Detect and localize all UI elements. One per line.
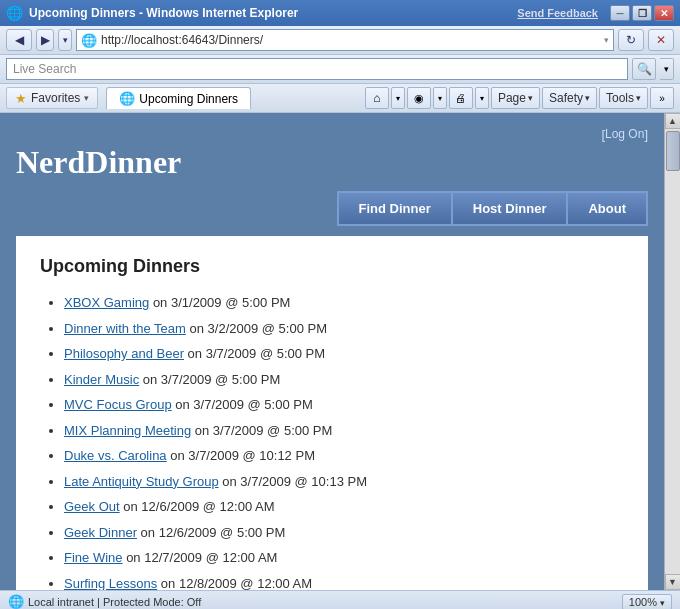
rss-chevron-icon: ▾ xyxy=(438,94,442,103)
list-item: Geek Dinner on 12/6/2009 @ 5:00 PM xyxy=(64,523,624,543)
home-icon: ⌂ xyxy=(373,91,380,105)
tab-icon: 🌐 xyxy=(119,91,135,106)
address-toolbar: ◀ ▶ ▾ 🌐 http://localhost:64643/Dinners/ … xyxy=(0,26,680,55)
dinner-list: XBOX Gaming on 3/1/2009 @ 5:00 PMDinner … xyxy=(40,293,624,590)
back-button[interactable]: ◀ xyxy=(6,29,32,51)
tab-label: Upcoming Dinners xyxy=(139,92,238,106)
dinner-link[interactable]: Geek Out xyxy=(64,499,120,514)
search-button[interactable]: 🔍 xyxy=(632,58,656,80)
tools-chevron-icon: ▾ xyxy=(636,93,641,103)
nav-buttons: Find Dinner Host Dinner About xyxy=(16,191,648,226)
star-icon: ★ xyxy=(15,91,27,106)
forward-button[interactable]: ▶ xyxy=(36,29,54,51)
tab-area: 🌐 Upcoming Dinners xyxy=(106,87,357,109)
dinner-link[interactable]: MVC Focus Group xyxy=(64,397,172,412)
print-chevron-icon: ▾ xyxy=(480,94,484,103)
about-button[interactable]: About xyxy=(568,191,648,226)
title-bar: 🌐 Upcoming Dinners - Windows Internet Ex… xyxy=(0,0,680,26)
send-feedback-link[interactable]: Send Feedback xyxy=(517,7,598,19)
url-text: http://localhost:64643/Dinners/ xyxy=(101,33,600,47)
favorites-label: Favorites xyxy=(31,91,80,105)
list-item: XBOX Gaming on 3/1/2009 @ 5:00 PM xyxy=(64,293,624,313)
content-box: Upcoming Dinners XBOX Gaming on 3/1/2009… xyxy=(16,236,648,590)
rss-dropdown-button[interactable]: ▾ xyxy=(433,87,447,109)
list-item: Dinner with the Team on 3/2/2009 @ 5:00 … xyxy=(64,319,624,339)
close-button[interactable]: ✕ xyxy=(654,5,674,21)
back-icon: ◀ xyxy=(15,33,24,47)
page-area: [ Log On ] NerdDinner Find Dinner Host D… xyxy=(0,113,664,590)
browser-content: [ Log On ] NerdDinner Find Dinner Host D… xyxy=(0,113,680,590)
dinner-link[interactable]: Geek Dinner xyxy=(64,525,137,540)
tools-menu-button[interactable]: Tools ▾ xyxy=(599,87,648,109)
list-item: Fine Wine on 12/7/2009 @ 12:00 AM xyxy=(64,548,624,568)
forward-icon: ▶ xyxy=(41,33,50,47)
go-button-dropdown: ▾ xyxy=(604,35,609,45)
tab-upcoming-dinners[interactable]: 🌐 Upcoming Dinners xyxy=(106,87,251,109)
dinner-link[interactable]: Duke vs. Carolina xyxy=(64,448,167,463)
dropdown-icon: ▾ xyxy=(63,35,68,45)
home-dropdown-button[interactable]: ▾ xyxy=(391,87,405,109)
list-item: Late Antiquity Study Group on 3/7/2009 @… xyxy=(64,472,624,492)
dinner-link[interactable]: Kinder Music xyxy=(64,372,139,387)
more-tools-button[interactable]: » xyxy=(650,87,674,109)
rss-icon: ◉ xyxy=(414,92,424,105)
zoom-area: 100% ▾ xyxy=(622,594,672,610)
print-icon: 🖨 xyxy=(455,92,466,104)
dinner-link[interactable]: Dinner with the Team xyxy=(64,321,186,336)
refresh-icon: ↻ xyxy=(626,33,636,47)
dropdown-button[interactable]: ▾ xyxy=(58,29,72,51)
scroll-thumb[interactable] xyxy=(666,131,680,171)
list-item: MIX Planning Meeting on 3/7/2009 @ 5:00 … xyxy=(64,421,624,441)
home-button[interactable]: ⌂ xyxy=(365,87,389,109)
host-dinner-button[interactable]: Host Dinner xyxy=(453,191,569,226)
search-chevron-icon: ▾ xyxy=(664,64,669,74)
search-icon: 🔍 xyxy=(637,62,652,76)
page-icon: 🌐 xyxy=(81,33,97,48)
favorites-button[interactable]: ★ Favorites ▾ xyxy=(6,87,98,109)
list-item: Kinder Music on 3/7/2009 @ 5:00 PM xyxy=(64,370,624,390)
scroll-down-button[interactable]: ▼ xyxy=(665,574,681,590)
find-dinner-button[interactable]: Find Dinner xyxy=(337,191,453,226)
list-item: MVC Focus Group on 3/7/2009 @ 5:00 PM xyxy=(64,395,624,415)
list-item: Surfing Lessons on 12/8/2009 @ 12:00 AM xyxy=(64,574,624,591)
page-label: Page xyxy=(498,91,526,105)
refresh-button[interactable]: ↻ xyxy=(618,29,644,51)
search-dropdown-button[interactable]: ▾ xyxy=(660,58,674,80)
safety-label: Safety xyxy=(549,91,583,105)
dinner-link[interactable]: MIX Planning Meeting xyxy=(64,423,191,438)
live-search-box[interactable]: Live Search xyxy=(6,58,628,80)
list-item: Geek Out on 12/6/2009 @ 12:00 AM xyxy=(64,497,624,517)
status-bar: 🌐 Local intranet | Protected Mode: Off 1… xyxy=(0,590,680,609)
status-icon: 🌐 xyxy=(8,594,24,609)
zoom-chevron-icon: ▾ xyxy=(660,598,665,608)
more-icon: » xyxy=(659,93,665,104)
zoom-label: 100% xyxy=(629,596,657,608)
restore-button[interactable]: ❐ xyxy=(632,5,652,21)
site-title: NerdDinner xyxy=(16,144,648,181)
print-dropdown-button[interactable]: ▾ xyxy=(475,87,489,109)
rss-button[interactable]: ◉ xyxy=(407,87,431,109)
dinner-link[interactable]: Surfing Lessons xyxy=(64,576,157,591)
page-toolbar: ⌂ ▾ ◉ ▾ 🖨 ▾ Page ▾ Safety ▾ Tools ▾ » xyxy=(365,87,674,109)
address-bar[interactable]: 🌐 http://localhost:64643/Dinners/ ▾ xyxy=(76,29,614,51)
search-placeholder: Live Search xyxy=(13,62,621,76)
page-menu-button[interactable]: Page ▾ xyxy=(491,87,540,109)
list-item: Duke vs. Carolina on 3/7/2009 @ 10:12 PM xyxy=(64,446,624,466)
scroll-up-button[interactable]: ▲ xyxy=(665,113,681,129)
stop-button[interactable]: ✕ xyxy=(648,29,674,51)
search-toolbar: Live Search 🔍 ▾ xyxy=(0,55,680,84)
dinner-link[interactable]: Philosophy and Beer xyxy=(64,346,184,361)
print-button[interactable]: 🖨 xyxy=(449,87,473,109)
stop-icon: ✕ xyxy=(656,33,666,47)
scroll-track: ▲ ▼ xyxy=(664,113,680,590)
zoom-button[interactable]: 100% ▾ xyxy=(622,594,672,610)
page-heading: Upcoming Dinners xyxy=(40,256,624,277)
safety-menu-button[interactable]: Safety ▾ xyxy=(542,87,597,109)
login-link[interactable]: Log On xyxy=(605,127,644,142)
dinner-link[interactable]: Late Antiquity Study Group xyxy=(64,474,219,489)
favorites-toolbar: ★ Favorites ▾ 🌐 Upcoming Dinners ⌂ ▾ ◉ ▾… xyxy=(0,84,680,113)
dinner-link[interactable]: XBOX Gaming xyxy=(64,295,149,310)
minimize-button[interactable]: ─ xyxy=(610,5,630,21)
tools-label: Tools xyxy=(606,91,634,105)
dinner-link[interactable]: Fine Wine xyxy=(64,550,123,565)
